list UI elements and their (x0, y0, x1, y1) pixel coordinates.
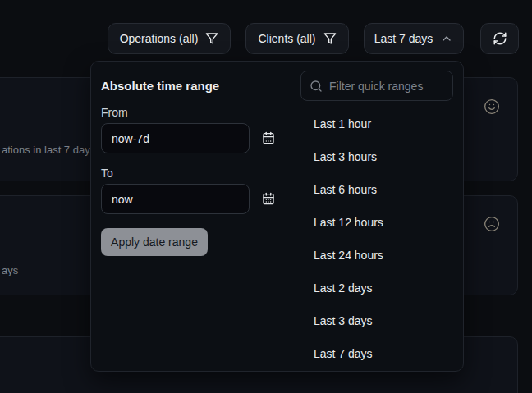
quick-range-item[interactable]: Last 3 days (291, 304, 464, 337)
quick-range-filter (300, 71, 453, 101)
operations-filter-label: Operations (all) (120, 32, 199, 45)
to-calendar-button[interactable] (259, 190, 277, 208)
from-input[interactable] (101, 123, 250, 153)
quick-range-filter-input[interactable] (329, 80, 444, 93)
apply-date-range-button[interactable]: Apply date range (101, 228, 208, 256)
quick-range-item[interactable]: Last 7 days (291, 337, 464, 370)
to-input[interactable] (101, 184, 250, 214)
to-label: To (101, 167, 113, 180)
search-icon (310, 80, 323, 93)
from-label: From (101, 106, 128, 119)
card-subtitle: ations in last 7 days (2, 144, 95, 156)
time-range-label: Last 7 days (374, 32, 433, 45)
quick-ranges-section: Last 1 hourLast 3 hoursLast 6 hoursLast … (291, 62, 464, 371)
calendar-icon (262, 192, 275, 205)
quick-range-item[interactable]: Last 2 days (291, 272, 464, 304)
absolute-time-range-title: Absolute time range (101, 79, 219, 93)
calendar-icon (262, 131, 275, 144)
filter-funnel-icon (205, 32, 218, 45)
quick-range-list: Last 1 hourLast 3 hoursLast 6 hoursLast … (291, 107, 464, 370)
quick-range-item[interactable]: Last 6 hours (291, 173, 464, 206)
refresh-icon (493, 31, 507, 46)
clients-filter-button[interactable]: Clients (all) (245, 23, 349, 54)
clients-filter-label: Clients (all) (258, 32, 315, 45)
smile-icon (484, 98, 500, 115)
from-calendar-button[interactable] (259, 129, 277, 147)
quick-range-item[interactable]: Last 1 hour (291, 107, 464, 140)
card-subtitle: ays (2, 264, 18, 276)
filter-funnel-icon (323, 32, 337, 45)
time-range-button[interactable]: Last 7 days (364, 23, 464, 54)
refresh-button[interactable] (480, 23, 519, 54)
frown-icon (484, 216, 500, 232)
quick-range-item[interactable]: Last 24 hours (291, 239, 464, 272)
app-screen: ations in last 7 days ays Operations (al… (0, 0, 532, 393)
quick-range-item[interactable]: Last 12 hours (291, 206, 464, 239)
time-range-picker-dropdown: Absolute time range From To Apply date r… (90, 61, 464, 372)
operations-filter-button[interactable]: Operations (all) (108, 23, 231, 54)
quick-range-item[interactable]: Last 3 hours (291, 140, 464, 173)
absolute-time-range-section: Absolute time range From To Apply date r… (91, 62, 291, 371)
chevron-up-icon (440, 32, 453, 45)
